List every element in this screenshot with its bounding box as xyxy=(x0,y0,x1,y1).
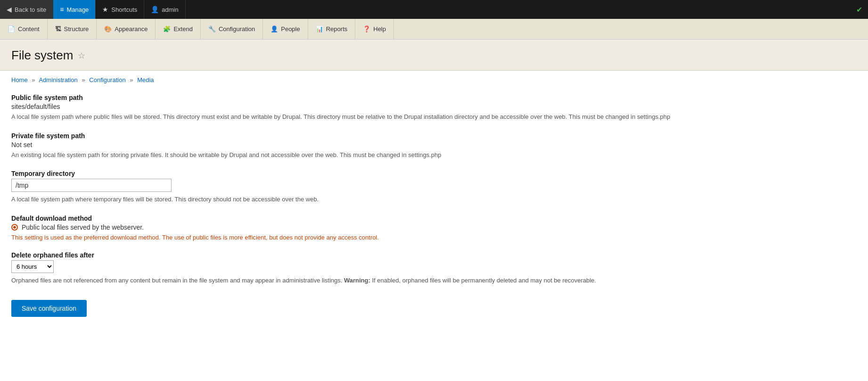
breadcrumb: Home » Administration » Configuration » … xyxy=(0,71,868,86)
help-icon: ❓ xyxy=(363,25,370,33)
star-nav-icon: ★ xyxy=(102,6,108,13)
breadcrumb-sep-2: » xyxy=(82,76,85,83)
page-title-text: File system xyxy=(11,48,73,63)
temp-dir-input[interactable] xyxy=(11,179,172,192)
shortcuts-label: Shortcuts xyxy=(111,6,137,13)
check-icon: ✔ xyxy=(856,5,868,14)
back-to-site-link[interactable]: ◀ Back to site xyxy=(0,0,53,19)
public-path-group: Public file system path sites/default/fi… xyxy=(11,94,743,122)
download-method-label: Default download method xyxy=(11,215,743,222)
tab-reports-label: Reports xyxy=(326,25,348,33)
page-title: File system ☆ xyxy=(11,48,857,63)
private-path-group: Private file system path Not set An exis… xyxy=(11,132,743,160)
breadcrumb-home[interactable]: Home xyxy=(11,76,28,83)
manage-link[interactable]: ≡ Manage xyxy=(53,0,96,19)
tab-structure[interactable]: 🏗 Structure xyxy=(48,19,97,39)
private-path-value: Not set xyxy=(11,141,743,149)
breadcrumb-sep-1: » xyxy=(32,76,35,83)
manage-label: Manage xyxy=(66,6,89,13)
back-icon: ◀ xyxy=(7,6,12,13)
orphaned-files-warning-text: If enabled, orphaned files will be perma… xyxy=(372,277,596,284)
admin-bar: ◀ Back to site ≡ Manage ★ Shortcuts 👤 ad… xyxy=(0,0,868,19)
orphaned-files-spinner-wrapper: 6 hours 12 hours 24 hours 1 week 1 month… xyxy=(11,260,743,273)
public-path-desc: A local file system path where public fi… xyxy=(11,112,743,122)
breadcrumb-sep-3: » xyxy=(130,76,133,83)
tab-structure-label: Structure xyxy=(64,25,89,33)
tab-help-label: Help xyxy=(373,25,386,33)
back-to-site-label: Back to site xyxy=(15,6,46,13)
favorite-star-icon[interactable]: ☆ xyxy=(78,50,85,61)
appearance-icon: 🎨 xyxy=(104,25,112,33)
reports-icon: 📊 xyxy=(316,25,323,33)
orphaned-files-label: Delete orphaned files after xyxy=(11,251,743,259)
breadcrumb-configuration[interactable]: Configuration xyxy=(89,76,125,83)
tab-configuration[interactable]: 🔧 Configuration xyxy=(201,19,263,39)
extend-icon: 🧩 xyxy=(163,25,171,33)
toolbar-nav: 📄 Content 🏗 Structure 🎨 Appearance 🧩 Ext… xyxy=(0,19,868,40)
radio-public-option: Public local files served by the webserv… xyxy=(11,224,743,231)
shortcuts-link[interactable]: ★ Shortcuts xyxy=(96,0,144,19)
radio-public-dot[interactable] xyxy=(11,224,18,231)
tab-extend[interactable]: 🧩 Extend xyxy=(156,19,200,39)
tab-help[interactable]: ❓ Help xyxy=(355,19,394,39)
save-configuration-button[interactable]: Save configuration xyxy=(11,300,87,317)
tab-extend-label: Extend xyxy=(173,25,192,33)
people-icon: 👤 xyxy=(270,25,278,33)
tab-content-label: Content xyxy=(18,25,40,33)
tab-content[interactable]: 📄 Content xyxy=(0,19,48,39)
orphaned-files-desc: Orphaned files are not referenced from a… xyxy=(11,276,743,285)
temp-dir-label: Temporary directory xyxy=(11,170,743,177)
configuration-icon: 🔧 xyxy=(208,25,216,33)
private-path-label: Private file system path xyxy=(11,132,743,140)
private-path-desc: An existing local file system path for s… xyxy=(11,150,743,160)
structure-icon: 🏗 xyxy=(55,25,61,33)
tab-configuration-label: Configuration xyxy=(219,25,255,33)
breadcrumb-media[interactable]: Media xyxy=(137,76,154,83)
radio-public-label: Public local files served by the webserv… xyxy=(22,224,144,231)
breadcrumb-administration[interactable]: Administration xyxy=(39,76,77,83)
admin-user-label: admin xyxy=(162,6,178,13)
tab-appearance-label: Appearance xyxy=(115,25,147,33)
tab-people-label: People xyxy=(281,25,300,33)
orphaned-files-warning-label: Warning: xyxy=(344,277,370,284)
temp-dir-desc: A local file system path where temporary… xyxy=(11,195,743,204)
content-icon: 📄 xyxy=(8,25,15,33)
admin-user-link[interactable]: 👤 admin xyxy=(144,0,185,19)
manage-icon: ≡ xyxy=(60,6,64,13)
orphaned-files-desc-normal: Orphaned files are not referenced from a… xyxy=(11,277,344,284)
tab-appearance[interactable]: 🎨 Appearance xyxy=(97,19,156,39)
page-header: File system ☆ xyxy=(0,40,868,71)
public-path-label: Public file system path xyxy=(11,94,743,101)
public-path-value: sites/default/files xyxy=(11,103,743,110)
download-method-group: Default download method Public local fil… xyxy=(11,215,743,241)
download-method-warning: This setting is used as the preferred do… xyxy=(11,234,743,241)
temp-dir-group: Temporary directory A local file system … xyxy=(11,170,743,204)
tab-people[interactable]: 👤 People xyxy=(263,19,308,39)
orphaned-files-select[interactable]: 6 hours 12 hours 24 hours 1 week 1 month… xyxy=(11,260,54,273)
tab-reports[interactable]: 📊 Reports xyxy=(308,19,356,39)
orphaned-files-group: Delete orphaned files after 6 hours 12 h… xyxy=(11,251,743,285)
user-icon: 👤 xyxy=(151,6,159,13)
main-content: Public file system path sites/default/fi… xyxy=(0,86,754,336)
